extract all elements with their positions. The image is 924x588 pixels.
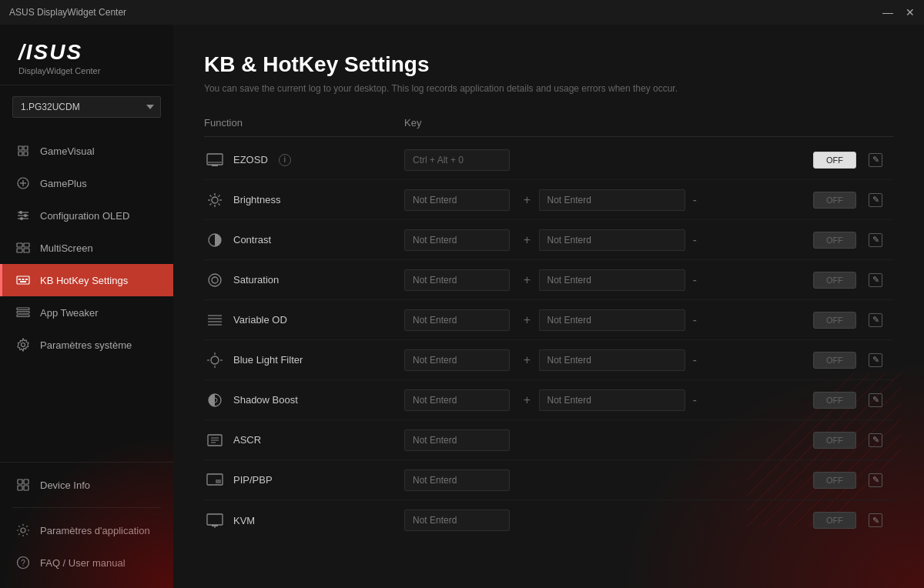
- contrast-edit-cell: ✎: [865, 230, 893, 250]
- saturation-edit-button[interactable]: ✎: [865, 270, 886, 290]
- kvm-toggle-container: OFF: [804, 512, 865, 529]
- saturation-toggle-container: OFF: [804, 272, 865, 289]
- variable-od-edit-button[interactable]: ✎: [865, 310, 886, 330]
- saturation-key1-input[interactable]: [404, 269, 510, 291]
- svg-rect-71: [212, 525, 218, 526]
- contrast-key2-input[interactable]: [539, 229, 685, 251]
- svg-point-8: [20, 217, 23, 220]
- table-row: PIP/PBP OFF ✎: [204, 460, 893, 500]
- ascr-key1-input[interactable]: [404, 429, 510, 451]
- variable-od-key2-input[interactable]: [539, 309, 685, 331]
- svg-point-51: [209, 274, 221, 286]
- sidebar-item-faq[interactable]: ? FAQ / User manual: [0, 546, 173, 579]
- header-empty1: [516, 117, 539, 129]
- shadow-boost-toggle[interactable]: OFF: [813, 392, 856, 409]
- shadow-boost-key1-input[interactable]: [404, 389, 510, 411]
- sidebar-item-app-tweaker[interactable]: App Tweaker: [0, 296, 173, 329]
- contrast-toggle[interactable]: OFF: [813, 232, 856, 249]
- header-empty5: [865, 117, 893, 129]
- pip-pbp-edit-button[interactable]: ✎: [865, 470, 886, 490]
- param-app-icon: [15, 523, 31, 538]
- sidebar-item-label: MultiScreen: [40, 242, 93, 254]
- content-area: KB & HotKey Settings You can save the cu…: [173, 25, 924, 588]
- kvm-edit-button[interactable]: ✎: [865, 510, 886, 530]
- ezosd-key1-input[interactable]: [404, 149, 510, 171]
- shadow-boost-label: Shadow Boost: [233, 394, 298, 406]
- sidebar-item-gameplus[interactable]: GamePlus: [0, 167, 173, 199]
- function-cell-saturation: Saturation: [204, 269, 404, 291]
- blue-light-label: Blue Light Filter: [233, 354, 303, 366]
- sidebar-item-kb-hotkey[interactable]: KB HotKey Settings: [0, 264, 173, 296]
- sidebar-item-multiscreen[interactable]: MultiScreen: [0, 232, 173, 264]
- contrast-edit-button[interactable]: ✎: [865, 230, 886, 250]
- blue-light-key1-input[interactable]: [404, 349, 510, 371]
- header-empty2: [539, 117, 693, 129]
- contrast-icon: [204, 229, 226, 251]
- sidebar-bottom: Device Info Paramètres d'application ?: [0, 462, 173, 588]
- config-oled-icon: [15, 208, 31, 223]
- blue-light-edit-button[interactable]: ✎: [865, 350, 886, 370]
- saturation-key1-cell: [404, 269, 516, 291]
- kvm-edit-icon: ✎: [869, 513, 882, 527]
- info-icon[interactable]: i: [279, 154, 291, 166]
- svg-rect-38: [207, 154, 223, 165]
- variable-od-edit-icon: ✎: [869, 313, 882, 327]
- variable-od-toggle[interactable]: OFF: [813, 312, 856, 329]
- table-row: Variable OD + - OFF ✎: [204, 300, 893, 340]
- sidebar-item-label: App Tweaker: [40, 307, 99, 319]
- ezosd-edit-button[interactable]: ✎: [865, 150, 886, 170]
- blue-light-key2-cell: [539, 349, 693, 371]
- svg-line-46: [210, 195, 212, 196]
- sidebar-item-config-oled[interactable]: Configuration OLED: [0, 199, 173, 232]
- svg-point-7: [24, 214, 27, 217]
- shadow-boost-edit-icon: ✎: [869, 393, 882, 407]
- shadow-boost-edit-button[interactable]: ✎: [865, 390, 886, 410]
- pip-pbp-toggle[interactable]: OFF: [813, 472, 856, 489]
- saturation-key2-input[interactable]: [539, 269, 685, 291]
- asus-logo: /ISUS: [18, 40, 155, 65]
- table-row: Shadow Boost + - OFF ✎: [204, 380, 893, 420]
- sidebar: /ISUS DisplayWidget Center 1.PG32UCDM Ga…: [0, 25, 173, 588]
- ezosd-label: EZOSD: [233, 154, 268, 165]
- brightness-toggle[interactable]: OFF: [813, 192, 856, 209]
- ascr-edit-cell: ✎: [865, 430, 893, 450]
- svg-rect-39: [212, 165, 218, 166]
- sidebar-item-param-app[interactable]: Paramètres d'application: [0, 514, 173, 546]
- kvm-key1-input[interactable]: [404, 509, 510, 531]
- table-row: Blue Light Filter + - OFF ✎: [204, 340, 893, 380]
- ezosd-toggle[interactable]: OFF: [813, 152, 856, 169]
- variable-od-plus: +: [516, 313, 539, 327]
- sidebar-item-gamevisual[interactable]: GameVisual: [0, 135, 173, 167]
- brightness-key2-cell: [539, 189, 693, 211]
- pip-pbp-icon: [204, 469, 226, 491]
- device-selector[interactable]: 1.PG32UCDM: [12, 96, 161, 118]
- blue-light-toggle[interactable]: OFF: [813, 352, 856, 369]
- parametres-icon: [15, 337, 31, 352]
- close-button[interactable]: ✕: [906, 7, 915, 18]
- brightness-key2-input[interactable]: [539, 189, 685, 211]
- variable-od-minus: -: [693, 313, 805, 327]
- brightness-edit-icon: ✎: [869, 193, 882, 207]
- saturation-edit-cell: ✎: [865, 270, 893, 290]
- svg-line-49: [210, 203, 212, 205]
- saturation-toggle[interactable]: OFF: [813, 272, 856, 289]
- blue-light-key2-input[interactable]: [539, 349, 685, 371]
- pip-pbp-key1-input[interactable]: [404, 469, 510, 491]
- contrast-key1-input[interactable]: [404, 229, 510, 251]
- kvm-toggle[interactable]: OFF: [813, 512, 856, 529]
- sidebar-item-device-info[interactable]: Device Info: [0, 469, 173, 501]
- sidebar-brand: DisplayWidget Center: [18, 66, 155, 75]
- ascr-toggle-container: OFF: [804, 432, 865, 449]
- svg-rect-24: [18, 486, 22, 490]
- sidebar-item-parametres[interactable]: Paramètres système: [0, 329, 173, 361]
- shadow-boost-key2-input[interactable]: [539, 389, 685, 411]
- function-cell-ascr: ASCR: [204, 429, 404, 451]
- variable-od-key1-input[interactable]: [404, 309, 510, 331]
- blue-light-minus: -: [693, 353, 805, 367]
- ascr-toggle[interactable]: OFF: [813, 432, 856, 449]
- minimize-button[interactable]: —: [882, 7, 893, 18]
- ascr-edit-button[interactable]: ✎: [865, 430, 886, 450]
- brightness-edit-button[interactable]: ✎: [865, 190, 886, 210]
- function-cell-ezosd: EZOSD i: [204, 149, 404, 171]
- brightness-key1-input[interactable]: [404, 189, 510, 211]
